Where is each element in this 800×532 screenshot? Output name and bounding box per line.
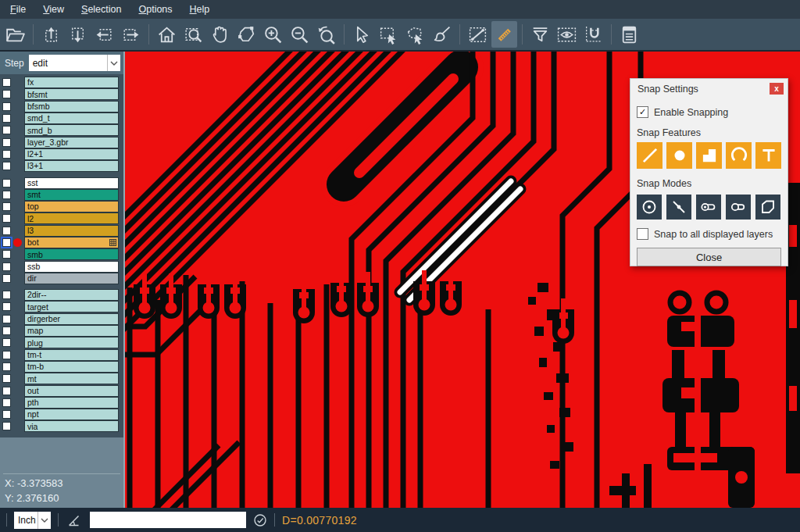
layer-name-sst[interactable]: sst xyxy=(24,177,119,189)
layer-checkbox-smb[interactable] xyxy=(2,250,11,259)
layer-checkbox-plug[interactable] xyxy=(2,338,11,347)
dialog-close-icon[interactable]: x xyxy=(770,83,784,95)
snap-mode-slot-outline-button[interactable] xyxy=(726,195,751,220)
layer-name-dirgerber[interactable]: dirgerber xyxy=(24,313,119,325)
menu-view[interactable]: View xyxy=(34,0,73,19)
menu-help[interactable]: Help xyxy=(181,0,219,19)
layer-checkbox-bot[interactable] xyxy=(2,238,11,247)
layer-name-ssb[interactable]: ssb xyxy=(24,261,119,273)
menu-selection[interactable]: Selection xyxy=(73,0,130,19)
pan-hand-button[interactable] xyxy=(207,21,233,48)
layer-name-bot[interactable]: bot xyxy=(24,237,119,248)
layer-checkbox-l3+1[interactable] xyxy=(2,162,11,170)
layer-name-target[interactable]: target xyxy=(24,301,119,312)
layer-checkbox-mt[interactable] xyxy=(2,374,11,383)
angle-measure-icon[interactable] xyxy=(66,512,83,529)
snap-feature-text-button[interactable] xyxy=(755,142,781,169)
menu-file[interactable]: File xyxy=(2,0,34,19)
ruler-button[interactable] xyxy=(491,21,517,48)
units-dropdown[interactable]: Inch xyxy=(14,512,51,529)
layer-checkbox-l2[interactable] xyxy=(2,214,11,223)
snap-all-layers-checkbox[interactable] xyxy=(637,228,648,240)
measure-distance-button[interactable] xyxy=(465,21,491,48)
layer-checkbox-pth[interactable] xyxy=(2,398,11,407)
layer-name-bfsmb[interactable]: bfsmb xyxy=(24,101,119,112)
layer-name-smt[interactable]: smt xyxy=(24,189,119,201)
snap-mode-midpoint-button[interactable] xyxy=(666,195,691,220)
layer-name-2dir--[interactable]: 2dir-- xyxy=(24,289,119,301)
layer-name-l3+1[interactable]: l3+1 xyxy=(24,160,119,172)
step-dropdown[interactable]: edit xyxy=(29,55,120,71)
select-polygon-button[interactable] xyxy=(402,21,428,48)
layer-checkbox-map[interactable] xyxy=(2,327,11,335)
layer-name-smd_b[interactable]: smd_b xyxy=(24,124,119,136)
zoom-in-button[interactable] xyxy=(260,21,286,48)
layer-name-dir[interactable]: dir xyxy=(24,273,119,284)
layer-name-l3[interactable]: l3 xyxy=(24,225,119,237)
snap-feature-arc-button[interactable] xyxy=(726,142,752,169)
layer-name-tm-t[interactable]: tm-t xyxy=(24,349,119,361)
layer-name-smd_t[interactable]: smd_t xyxy=(24,112,119,124)
select-rectangle-button[interactable] xyxy=(376,21,402,48)
layer-checkbox-2dir--[interactable] xyxy=(2,291,11,299)
layer-checkbox-l3[interactable] xyxy=(2,227,11,235)
layer-name-l2[interactable]: l2 xyxy=(24,212,119,224)
layer-checkbox-smd_t[interactable] xyxy=(2,114,11,123)
snap-magnet-button[interactable] xyxy=(580,21,606,48)
layer-checkbox-fx[interactable] xyxy=(2,78,11,87)
snap-feature-pad-button[interactable] xyxy=(666,142,692,169)
zoom-window-button[interactable] xyxy=(180,21,206,48)
layer-checkbox-dirgerber[interactable] xyxy=(2,315,11,323)
layer-name-l2+1[interactable]: l2+1 xyxy=(24,148,119,160)
report-button[interactable] xyxy=(616,21,642,48)
layer-checkbox-npt[interactable] xyxy=(2,410,11,419)
layer-checkbox-bfsmb[interactable] xyxy=(2,102,11,111)
layer-checkbox-sst[interactable] xyxy=(2,179,11,187)
snap-feature-surface-button[interactable] xyxy=(696,142,722,169)
layer-checkbox-tm-t[interactable] xyxy=(2,351,11,359)
layer-name-plug[interactable]: plug xyxy=(24,337,119,348)
layer-name-fx[interactable]: fx xyxy=(24,77,119,88)
layer-name-top[interactable]: top xyxy=(24,201,119,212)
layer-name-smb[interactable]: smb xyxy=(24,248,119,260)
apply-check-icon[interactable] xyxy=(253,513,267,527)
layer-checkbox-target[interactable] xyxy=(2,302,11,311)
layer-checkbox-smt[interactable] xyxy=(2,191,11,199)
snap-mode-slot-end-button[interactable] xyxy=(696,195,721,220)
layer-name-tm-b[interactable]: tm-b xyxy=(24,361,119,373)
select-pointer-button[interactable] xyxy=(349,21,375,48)
layer-name-via[interactable]: via xyxy=(24,420,119,432)
layer-checkbox-tm-b[interactable] xyxy=(2,362,11,371)
snap-feature-line-button[interactable] xyxy=(637,142,662,169)
scroll-left-button[interactable] xyxy=(91,21,117,48)
layer-checkbox-bfsmt[interactable] xyxy=(2,90,11,98)
filter-button[interactable] xyxy=(527,21,553,48)
snap-mode-corner-button[interactable] xyxy=(755,195,780,220)
layer-checkbox-layer_3.gbr[interactable] xyxy=(2,138,11,147)
layer-checkbox-ssb[interactable] xyxy=(2,262,11,271)
scroll-right-button[interactable] xyxy=(118,21,144,48)
layer-name-out[interactable]: out xyxy=(24,385,119,397)
zoom-previous-button[interactable] xyxy=(313,21,339,48)
layer-name-npt[interactable]: npt xyxy=(24,409,119,420)
layer-name-pth[interactable]: pth xyxy=(24,397,119,409)
paint-brush-button[interactable] xyxy=(429,21,455,48)
layer-checkbox-top[interactable] xyxy=(2,202,11,211)
scroll-up-button[interactable] xyxy=(38,21,64,48)
enable-snapping-checkbox[interactable]: ✓ xyxy=(637,106,648,118)
zoom-out-button[interactable] xyxy=(287,21,312,48)
layer-checkbox-l2+1[interactable] xyxy=(2,150,11,159)
layer-name-bfsmt[interactable]: bfsmt xyxy=(24,88,119,100)
command-input[interactable] xyxy=(90,512,246,528)
open-file-button[interactable] xyxy=(2,21,28,48)
layer-name-mt[interactable]: mt xyxy=(24,373,119,384)
layer-checkbox-smd_b[interactable] xyxy=(2,126,11,134)
scroll-down-button[interactable] xyxy=(65,21,91,48)
menu-options[interactable]: Options xyxy=(130,0,180,19)
snap-mode-center-button[interactable] xyxy=(637,195,662,220)
layer-checkbox-out[interactable] xyxy=(2,387,11,395)
close-button[interactable]: Close xyxy=(637,248,781,266)
layer-checkbox-via[interactable] xyxy=(2,422,11,430)
layer-checkbox-dir[interactable] xyxy=(2,274,11,283)
zoom-polygon-button[interactable] xyxy=(234,21,259,48)
